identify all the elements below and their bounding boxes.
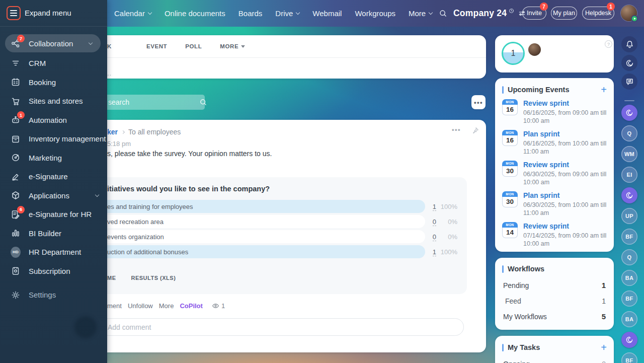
applications-icon — [11, 190, 21, 200]
sidebar-item-settings[interactable]: Settings — [0, 285, 107, 305]
workflow-row-pending[interactable]: Pending1 — [495, 277, 614, 293]
post-header: ker To all employees — [107, 128, 181, 136]
rail-chat-avatar[interactable]: WM — [621, 146, 637, 162]
poll-votes-count[interactable]: 1 — [425, 248, 436, 256]
add-task-button[interactable]: + — [601, 343, 607, 352]
topnav-boards[interactable]: Boards — [238, 9, 263, 18]
sidebar-item-subscription[interactable]: Subscription — [0, 262, 107, 281]
comment-input-wrap — [100, 318, 464, 336]
help-icon[interactable]: ? — [605, 40, 612, 48]
sidebar-item-e-signature-for-hr[interactable]: 6 e-Signature for HR — [0, 205, 107, 224]
topnav-workgroups[interactable]: Workgroups — [355, 9, 395, 18]
rail-bell-button[interactable] — [621, 36, 637, 52]
post-audience-link[interactable]: To all employees — [128, 128, 181, 136]
rail-chat-avatar[interactable]: UP — [621, 208, 637, 224]
event-item[interactable]: MON30 Plan sprint 06/30/2025, from 10:00… — [502, 191, 610, 217]
event-title-link[interactable]: Plan sprint — [523, 191, 608, 200]
topnav-calendar[interactable]: Calendar — [114, 9, 151, 18]
sidebar-item-e-signature[interactable]: e-Signature — [0, 167, 107, 186]
sidebar-item-label: Collaboration — [29, 39, 73, 48]
post-action-unfollow[interactable]: Unfollow — [128, 302, 153, 310]
rail-chat-button[interactable] — [621, 74, 637, 90]
post-body-text: s, please take the survey. Your opinion … — [107, 150, 272, 158]
poll-votes-count[interactable]: 0 — [425, 218, 436, 226]
rail-copilot-chat[interactable] — [621, 187, 637, 203]
copilot-icon — [625, 58, 634, 68]
task-row[interactable]: Ongoing 0 — [495, 356, 614, 363]
sidebar-settings: Settings — [0, 285, 107, 305]
rail-copilot-button[interactable] — [621, 55, 637, 71]
sidebar-item-marketing[interactable]: Marketing — [0, 149, 107, 168]
rail-chat-avatar[interactable]: BF — [621, 229, 637, 245]
sidebar-item-crm[interactable]: CRM — [0, 54, 107, 73]
event-item[interactable]: MON30 Review sprint 06/30/2025, from 09:… — [502, 161, 610, 186]
event-item[interactable]: MON16 Review sprint 06/16/2025, from 09:… — [502, 99, 610, 125]
user-avatar[interactable] — [621, 5, 637, 21]
rail-chat-avatar[interactable]: Q — [621, 125, 637, 141]
sidebar-item-bi-builder[interactable]: BI Builder — [0, 224, 107, 243]
event-item[interactable]: MON14 Review sprint 07/14/2025, from 09:… — [502, 222, 610, 248]
workflow-row-my-workflows[interactable]: My Workflows5 — [495, 309, 614, 324]
poll-block: itiatives would you like to see in the c… — [100, 177, 467, 294]
topnav-drive[interactable]: Drive — [275, 9, 299, 18]
sidebar-item-inventory-management[interactable]: Inventory management — [0, 129, 107, 149]
rail-chat-avatar[interactable]: EI — [621, 167, 637, 183]
sidebar-item-booking[interactable]: Booking — [0, 73, 107, 92]
topnav-webmail[interactable]: Webmail — [312, 9, 342, 18]
post-action-copilot[interactable]: CoPilot — [180, 302, 203, 310]
esignature-icon — [11, 172, 21, 182]
event-title-link[interactable]: Review sprint — [523, 161, 608, 169]
clock-in-widget[interactable]: 1 Clocked in0 Clocked out0 ? — [495, 35, 614, 72]
sidebar-item-applications[interactable]: Applications — [0, 186, 107, 205]
poll-link-me[interactable]: ME — [107, 275, 116, 281]
workflow-row-feed[interactable]: Feed1 — [495, 293, 614, 309]
poll-link-results-xls[interactable]: RESULTS (XLS) — [131, 275, 176, 281]
poll-votes-count[interactable]: 0 — [425, 233, 436, 241]
poll-votes-count[interactable]: 1 — [425, 203, 436, 210]
add-event-button[interactable]: + — [601, 85, 607, 94]
rail-copilot-chat[interactable] — [621, 332, 637, 348]
add-comment-input[interactable] — [100, 318, 464, 336]
sidebar-item-collaboration[interactable]: 7 Collaboration — [5, 34, 101, 52]
poll-option-bar[interactable]: uction of additional bonuses — [100, 245, 425, 258]
event-item[interactable]: MON16 Plan sprint 06/16/2025, from 10:00… — [502, 130, 610, 156]
crm-icon — [11, 58, 21, 68]
poll-option-row: es and training for employees 1 100% — [100, 200, 467, 213]
post-action-ment[interactable]: ment — [107, 302, 122, 310]
event-title-link[interactable]: Review sprint — [523, 222, 608, 231]
expand-menu-label[interactable]: Expand menu — [25, 9, 71, 17]
company-name[interactable]: Company 24 — [453, 0, 526, 27]
rail-copilot-chat[interactable] — [621, 105, 637, 121]
feed-more-button[interactable]: ••• — [471, 95, 486, 109]
post-action-more[interactable]: More — [159, 302, 174, 310]
poll-option-bar[interactable]: ved recreation area — [100, 215, 425, 228]
sidebar-item-sites-and-stores[interactable]: Sites and stores — [0, 92, 107, 111]
topnav-more[interactable]: More — [409, 9, 432, 18]
sidebar-item-automation[interactable]: 1 Automation — [0, 111, 107, 130]
poll-option-bar[interactable]: es and training for employees — [100, 200, 425, 213]
search-icon[interactable] — [199, 98, 207, 106]
tab-more[interactable]: MORE — [220, 43, 245, 49]
sidebar-item-hr-department[interactable]: HD HR Department — [0, 243, 107, 262]
search-icon[interactable] — [439, 9, 447, 18]
my-plan-button[interactable]: My plan — [551, 7, 577, 20]
pin-icon[interactable] — [471, 126, 479, 135]
hamburger-menu-icon[interactable] — [7, 6, 21, 20]
sites-stores-icon — [11, 96, 21, 106]
tab-event[interactable]: EVENT — [146, 43, 167, 49]
applications-icon — [11, 190, 21, 200]
poll-option-bar[interactable]: events organization — [100, 230, 425, 243]
post-author-link[interactable]: ker — [107, 128, 118, 136]
rail-chat-avatar[interactable]: BF — [621, 291, 637, 307]
feed-search-bar[interactable] — [100, 95, 205, 110]
topnav-online-documents[interactable]: Online documents — [165, 9, 225, 18]
event-title-link[interactable]: Review sprint — [523, 99, 608, 108]
rail-chat-avatar[interactable]: BA — [621, 270, 637, 286]
tab-poll[interactable]: POLL — [185, 43, 202, 49]
rail-chat-avatar[interactable]: BA — [621, 311, 637, 327]
feed-search-input[interactable] — [100, 98, 199, 106]
event-title-link[interactable]: Plan sprint — [523, 130, 608, 138]
post-menu-button[interactable]: ••• — [452, 126, 461, 133]
marketing-icon — [11, 153, 21, 163]
rail-chat-avatar[interactable]: Q — [621, 249, 637, 265]
